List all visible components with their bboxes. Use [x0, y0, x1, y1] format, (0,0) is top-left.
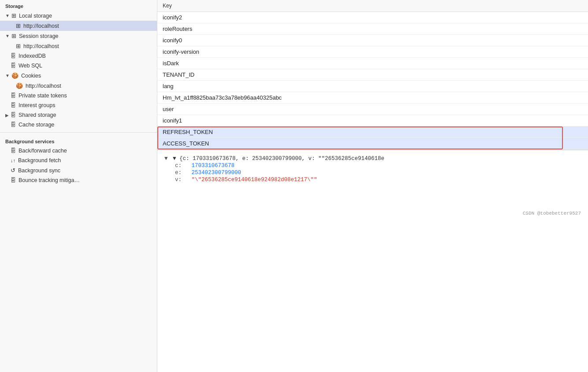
sidebar-item-label: Bounce tracking mitiga… — [19, 177, 80, 183]
table-row[interactable]: iconify-version — [157, 46, 588, 58]
grid-icon-session: ⊞ — [11, 33, 16, 39]
sidebar-item-background-fetch[interactable]: ↓↑ Background fetch — [0, 156, 157, 165]
table-row[interactable]: iconify2 — [157, 12, 588, 23]
preview-summary-text: ▼ {c: 1703310673678, e: 253402300799000,… — [173, 156, 384, 162]
expand-arrow-local-storage: ▼ — [5, 13, 10, 18]
kv-table: Key iconify2 roleRouters iconify0 — [157, 0, 588, 149]
value-cell — [414, 104, 588, 115]
preview-area: ▼ ▼ {c: 1703310673678, e: 25340230079900… — [157, 150, 588, 220]
cookie-icon-child: 🍪 — [16, 82, 23, 89]
table-row[interactable]: isDark — [157, 58, 588, 69]
sidebar-item-label: Web SQL — [19, 63, 42, 69]
sidebar-item-shared-storage[interactable]: ▶ 🗄 Shared storage — [0, 110, 157, 120]
c-label: c: — [175, 163, 182, 169]
table-container: Key iconify2 roleRouters iconify0 — [157, 0, 588, 372]
e-value: 253402300799000 — [192, 170, 242, 176]
sidebar-item-local-storage[interactable]: ▼ ⊞ Local storage — [0, 11, 157, 21]
sidebar-item-session-storage[interactable]: ▼ ⊞ Session storage — [0, 31, 157, 41]
db-icon-private: 🗄 — [11, 93, 16, 99]
key-cell: iconify0 — [157, 35, 414, 46]
value-cell — [414, 46, 588, 58]
expand-arrow-cookies: ▼ — [5, 73, 10, 78]
v-value: "\"26536285ce9140618e924982d08e1217\"" — [192, 177, 317, 183]
c-value: 1703310673678 — [192, 163, 235, 169]
sidebar: Storage ▼ ⊞ Local storage ⊞ http://local… — [0, 0, 157, 372]
sidebar-item-label: Session storage — [19, 33, 59, 39]
sidebar-divider — [0, 132, 157, 133]
grid-icon: ⊞ — [11, 12, 16, 19]
value-cell — [414, 92, 588, 104]
sidebar-item-label: http://localhost — [23, 43, 59, 49]
expand-arrow-shared: ▶ — [5, 113, 9, 118]
sidebar-item-label: Background sync — [18, 167, 60, 174]
value-cell — [414, 115, 588, 126]
sidebar-item-label: Shared storage — [19, 112, 56, 118]
table-row[interactable]: iconify1 — [157, 115, 588, 126]
sidebar-item-label: Local storage — [19, 13, 52, 19]
expand-arrow-preview: ▼ — [164, 156, 168, 162]
key-cell: iconify2 — [157, 12, 414, 23]
table-row-access-token[interactable]: ACCESS_TOKEN — [157, 138, 588, 149]
value-cell-access-token — [414, 138, 588, 149]
key-cell: roleRouters — [157, 23, 414, 35]
grid-icon-session-child: ⊞ — [16, 43, 21, 49]
value-cell — [414, 23, 588, 35]
table-row[interactable]: Hm_lvt_a1ff8825baa73c3a78eb96aa40325abc — [157, 92, 588, 104]
expand-arrow-session-storage: ▼ — [5, 33, 10, 38]
table-header-row: Key — [157, 0, 588, 12]
db-icon-indexeddb: 🗄 — [11, 53, 16, 59]
preview-summary-line: ▼ ▼ {c: 1703310673678, e: 25340230079900… — [164, 156, 581, 162]
sidebar-item-cookies-localhost[interactable]: 🍪 http://localhost — [0, 81, 157, 91]
table-row[interactable]: roleRouters — [157, 23, 588, 35]
preview-v-line: v: "\"26536285ce9140618e924982d08e1217\"… — [164, 177, 581, 183]
db-icon-websql: 🗄 — [11, 63, 16, 69]
table-area[interactable]: Key iconify2 roleRouters iconify0 — [157, 0, 588, 150]
key-cell-refresh-token: REFRESH_TOKEN — [157, 126, 414, 138]
bg-services-section-header: Background services — [0, 135, 157, 146]
v-label: v: — [175, 177, 182, 183]
sync-icon: ↺ — [11, 167, 15, 174]
table-row[interactable]: TENANT_ID — [157, 69, 588, 81]
sidebar-item-back-forward-cache[interactable]: 🗄 Back/forward cache — [0, 146, 157, 156]
sidebar-item-indexeddb[interactable]: 🗄 IndexedDB — [0, 51, 157, 61]
sidebar-item-cookies[interactable]: ▼ 🍪 Cookies — [0, 71, 157, 81]
table-row[interactable]: lang — [157, 81, 588, 92]
db-icon-shared: 🗄 — [11, 112, 16, 118]
main-panel: Key iconify2 roleRouters iconify0 — [157, 0, 588, 372]
sidebar-item-label: Cache storage — [19, 122, 54, 128]
table-row-refresh-token[interactable]: REFRESH_TOKEN — [157, 126, 588, 138]
sidebar-item-websql[interactable]: 🗄 Web SQL — [0, 61, 157, 71]
db-icon-bounce: 🗄 — [11, 177, 16, 183]
sidebar-item-label: IndexedDB — [19, 53, 46, 59]
sidebar-item-private-state-tokens[interactable]: 🗄 Private state tokens — [0, 91, 157, 100]
sidebar-item-label: http://localhost — [23, 23, 59, 29]
cookie-icon: 🍪 — [11, 72, 19, 79]
sidebar-item-label: Interest groups — [19, 102, 55, 108]
sidebar-item-interest-groups[interactable]: 🗄 Interest groups — [0, 100, 157, 110]
fetch-icon: ↓↑ — [11, 158, 15, 163]
value-cell — [414, 35, 588, 46]
table-row[interactable]: user — [157, 104, 588, 115]
preview-c-line: c: 1703310673678 — [164, 163, 581, 169]
sidebar-item-background-sync[interactable]: ↺ Background sync — [0, 165, 157, 175]
sidebar-item-local-storage-localhost[interactable]: ⊞ http://localhost — [0, 21, 157, 31]
value-cell — [414, 12, 588, 23]
sidebar-item-bounce-tracking[interactable]: 🗄 Bounce tracking mitiga… — [0, 175, 157, 185]
db-icon-interest: 🗄 — [11, 102, 16, 108]
key-cell: isDark — [157, 58, 414, 69]
key-cell: TENANT_ID — [157, 69, 414, 81]
key-cell: iconify-version — [157, 46, 414, 58]
key-column-header: Key — [157, 0, 414, 12]
key-cell: lang — [157, 81, 414, 92]
sidebar-item-cache-storage[interactable]: 🗄 Cache storage — [0, 120, 157, 130]
key-cell: user — [157, 104, 414, 115]
table-row[interactable]: iconify0 — [157, 35, 588, 46]
key-cell: iconify1 — [157, 115, 414, 126]
value-column-header — [414, 0, 588, 12]
preview-e-line: e: 253402300799000 — [164, 170, 581, 176]
sidebar-item-label: http://localhost — [26, 83, 61, 89]
sidebar-item-session-localhost[interactable]: ⊞ http://localhost — [0, 41, 157, 51]
sidebar-item-label: Cookies — [21, 73, 41, 79]
watermark: CSDN @tobebetter9527 — [523, 211, 581, 216]
grid-icon-child: ⊞ — [16, 22, 21, 29]
